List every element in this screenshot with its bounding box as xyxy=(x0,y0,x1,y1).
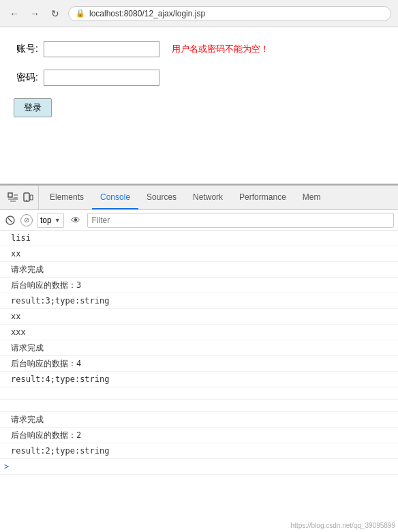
url-text: localhost:8080/12_ajax/login.jsp xyxy=(89,9,205,18)
error-message: 用户名或密码不能为空！ xyxy=(172,43,269,55)
devtools-toolbar: ⊘ top ▼ 👁 xyxy=(0,210,398,231)
console-line: 后台响应的数据：4 xyxy=(0,356,398,372)
password-label: 密码: xyxy=(14,72,38,84)
prompt-arrow-icon: > xyxy=(4,462,9,471)
eye-icon[interactable]: 👁 xyxy=(68,213,83,228)
console-line-empty xyxy=(0,400,398,412)
account-row: 账号: 用户名或密码不能为空！ xyxy=(14,41,384,57)
console-line: lisi xyxy=(0,231,398,246)
console-line: 后台响应的数据：3 xyxy=(0,278,398,293)
svg-rect-0 xyxy=(8,193,12,197)
console-output: lisi xx 请求完成 后台响应的数据：3 result:3;type:str… xyxy=(0,231,398,532)
tab-sources[interactable]: Sources xyxy=(138,186,185,209)
tab-console[interactable]: Console xyxy=(92,186,138,209)
watermark: https://blog.csdn.net/qq_39095899 xyxy=(291,522,395,529)
address-bar[interactable]: 🔒 localhost:8080/12_ajax/login.jsp xyxy=(68,6,391,21)
svg-rect-2 xyxy=(30,195,33,200)
console-line: result:2;type:string xyxy=(0,443,398,459)
tab-elements[interactable]: Elements xyxy=(42,186,92,209)
console-line: result:3;type:string xyxy=(0,293,398,309)
tab-memory[interactable]: Mem xyxy=(294,186,329,209)
filter-input[interactable] xyxy=(87,213,394,228)
account-label: 账号: xyxy=(14,43,38,55)
console-line: 请求完成 xyxy=(0,262,398,278)
dropdown-arrow-icon: ▼ xyxy=(55,217,61,224)
console-line: xx xyxy=(0,309,398,325)
svg-point-3 xyxy=(26,199,27,201)
context-selector[interactable]: top ▼ xyxy=(37,213,64,228)
back-button[interactable]: ← xyxy=(7,6,22,21)
devtools-tabs: Elements Console Sources Network Perform… xyxy=(0,186,398,210)
devtools-icon-group xyxy=(3,186,39,209)
browser-toolbar: ← → ↻ 🔒 localhost:8080/12_ajax/login.jsp xyxy=(0,0,398,27)
forward-button[interactable]: → xyxy=(27,6,42,21)
device-icon[interactable] xyxy=(22,192,34,204)
password-input[interactable] xyxy=(44,70,159,86)
stop-log-button[interactable]: ⊘ xyxy=(20,214,33,226)
console-line: result:4;type:string xyxy=(0,372,398,387)
console-line: 请求完成 xyxy=(0,412,398,428)
console-line: 后台响应的数据：2 xyxy=(0,428,398,443)
console-line-empty xyxy=(0,387,398,400)
reload-button[interactable]: ↻ xyxy=(48,6,63,21)
login-button[interactable]: 登录 xyxy=(14,98,52,117)
tab-network[interactable]: Network xyxy=(185,186,231,209)
context-value: top xyxy=(40,216,52,225)
clear-console-button[interactable] xyxy=(4,214,16,226)
lock-icon: 🔒 xyxy=(76,9,85,18)
password-row: 密码: xyxy=(14,70,384,86)
devtools-panel: Elements Console Sources Network Perform… xyxy=(0,184,398,532)
console-line: xxx xyxy=(0,325,398,340)
console-line: 请求完成 xyxy=(0,340,398,356)
inspect-icon[interactable] xyxy=(7,192,19,204)
svg-line-5 xyxy=(8,218,12,222)
console-prompt[interactable]: > xyxy=(0,459,398,475)
console-line: xx xyxy=(0,246,398,262)
tab-performance[interactable]: Performance xyxy=(231,186,294,209)
page-content: 账号: 用户名或密码不能为空！ 密码: 登录 xyxy=(0,27,398,184)
account-input[interactable] xyxy=(44,41,159,57)
